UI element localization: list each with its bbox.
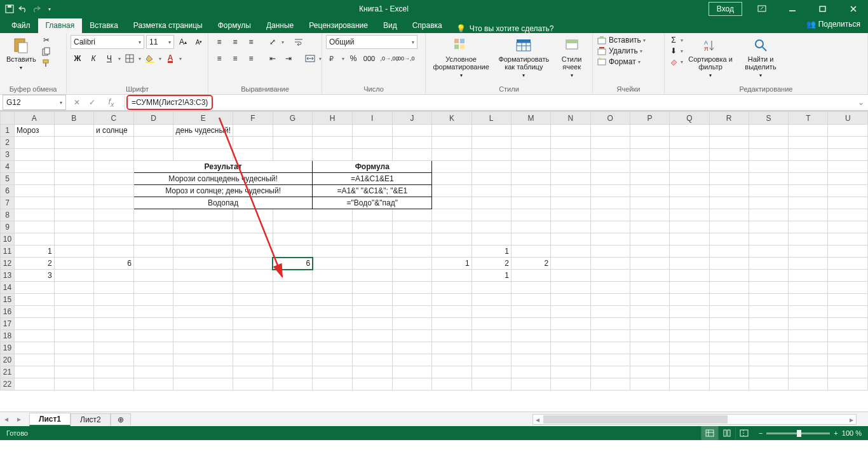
cell[interactable] [789, 294, 828, 306]
row-header[interactable]: 1 [1, 125, 15, 137]
cell[interactable] [133, 270, 173, 282]
cell[interactable] [14, 233, 54, 245]
cell[interactable]: 1 [471, 245, 511, 258]
cells-format-button[interactable]: Формат ▾ [597, 57, 641, 67]
cell[interactable] [471, 366, 511, 378]
row-header[interactable]: 9 [1, 221, 15, 233]
cell[interactable] [93, 318, 133, 330]
cell[interactable] [471, 378, 511, 390]
cell[interactable] [828, 354, 868, 366]
cell[interactable] [273, 318, 313, 330]
cell[interactable] [630, 378, 669, 390]
column-header[interactable]: E [173, 112, 233, 125]
cell[interactable] [670, 330, 709, 342]
cell[interactable] [273, 342, 313, 354]
cell[interactable] [133, 282, 173, 294]
cell[interactable] [630, 197, 669, 209]
tab-nav-next-icon[interactable]: ▸ [13, 415, 25, 424]
cancel-formula-icon[interactable]: ✕ [70, 98, 84, 107]
cell[interactable] [432, 197, 471, 209]
tab-help[interactable]: Справка [405, 18, 450, 33]
redo-icon[interactable] [31, 3, 42, 15]
cell[interactable] [392, 282, 432, 294]
cell[interactable] [133, 318, 173, 330]
cell[interactable] [93, 149, 133, 161]
column-header[interactable]: D [133, 112, 173, 125]
cell[interactable] [551, 366, 590, 378]
cell[interactable]: 1 [471, 270, 511, 282]
cell[interactable] [828, 318, 868, 330]
cell[interactable] [14, 161, 54, 173]
cell[interactable] [93, 137, 133, 149]
cell[interactable] [133, 221, 173, 233]
cell[interactable] [173, 233, 233, 245]
cell[interactable] [14, 173, 54, 185]
cell[interactable] [471, 330, 511, 342]
cell[interactable] [54, 366, 93, 378]
cell[interactable] [392, 149, 432, 161]
tab-insert[interactable]: Вставка [82, 18, 126, 33]
cell[interactable] [93, 233, 133, 245]
row-header[interactable]: 4 [1, 161, 15, 173]
cell[interactable]: =A1&" "&C1&"; "&E1 [313, 185, 432, 197]
cell[interactable] [133, 209, 173, 221]
cell[interactable] [54, 270, 93, 282]
cell[interactable] [551, 209, 590, 221]
cell[interactable]: и солнце [93, 125, 133, 137]
cell[interactable] [233, 245, 273, 258]
cell[interactable] [709, 125, 749, 137]
view-page-layout-icon[interactable] [718, 426, 735, 440]
cell[interactable] [93, 378, 133, 390]
cell[interactable] [789, 342, 828, 354]
cell[interactable] [471, 306, 511, 318]
cell[interactable] [630, 185, 669, 197]
cell[interactable] [709, 258, 749, 270]
column-header[interactable]: L [471, 112, 511, 125]
cell[interactable] [54, 209, 93, 221]
cell[interactable] [133, 125, 173, 137]
column-header[interactable]: H [313, 112, 353, 125]
cell[interactable] [749, 161, 788, 173]
cell[interactable] [471, 354, 511, 366]
cell[interactable] [709, 318, 749, 330]
cell[interactable] [313, 149, 353, 161]
cell[interactable] [630, 161, 669, 173]
cell[interactable] [590, 258, 630, 270]
sheet-tab-active[interactable]: Лист1 [29, 413, 71, 426]
cell[interactable] [709, 137, 749, 149]
cell[interactable] [173, 366, 233, 378]
cell[interactable] [54, 161, 93, 173]
percent-icon[interactable]: % [346, 52, 360, 66]
cell[interactable] [313, 318, 353, 330]
cell[interactable] [828, 270, 868, 282]
cell[interactable] [54, 185, 93, 197]
cell[interactable] [670, 366, 709, 378]
cell[interactable] [511, 233, 550, 245]
cell[interactable] [313, 378, 353, 390]
cell[interactable] [630, 354, 669, 366]
cell[interactable] [173, 209, 233, 221]
row-header[interactable]: 2 [1, 137, 15, 149]
cell[interactable] [511, 221, 550, 233]
cell[interactable] [471, 221, 511, 233]
cell[interactable] [432, 125, 471, 137]
ribbon-display-options-icon[interactable] [747, 0, 776, 18]
cell[interactable] [133, 258, 173, 270]
cell[interactable] [313, 221, 353, 233]
cell[interactable] [471, 197, 511, 209]
cell[interactable] [352, 306, 392, 318]
cell[interactable] [709, 330, 749, 342]
cell[interactable] [630, 330, 669, 342]
cell[interactable] [432, 137, 471, 149]
cell[interactable] [670, 233, 709, 245]
cell[interactable] [670, 258, 709, 270]
cell[interactable] [749, 342, 788, 354]
column-header[interactable]: T [789, 112, 828, 125]
cell[interactable] [313, 306, 353, 318]
cell[interactable]: Мороз [14, 125, 54, 137]
cell[interactable] [670, 318, 709, 330]
cell[interactable] [352, 378, 392, 390]
cell[interactable] [789, 173, 828, 185]
cell[interactable] [432, 354, 471, 366]
cell[interactable] [14, 137, 54, 149]
